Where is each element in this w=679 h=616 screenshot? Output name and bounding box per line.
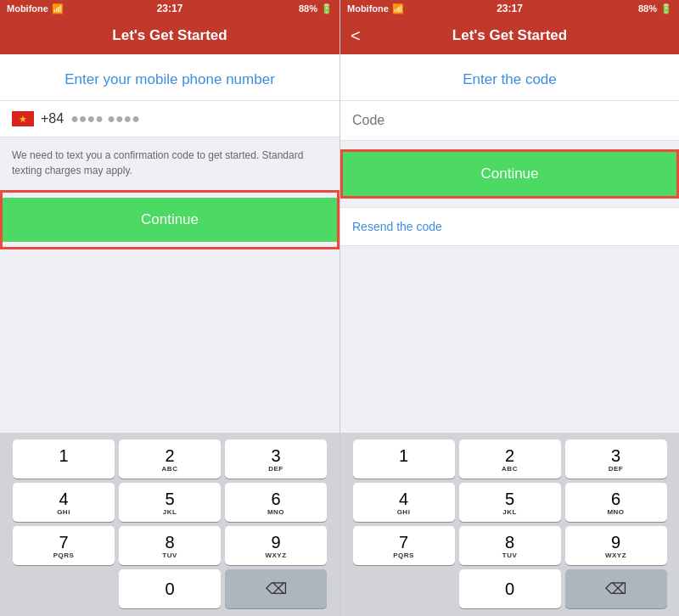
continue-button-1[interactable]: Continue [3, 198, 337, 242]
key2-0[interactable]: 0 [459, 569, 561, 608]
nav-bar-1: Let's Get Started [0, 17, 340, 54]
key-0-1[interactable]: 0 [119, 569, 221, 608]
continue-btn-wrapper-1: Continue [0, 190, 340, 249]
time-1: 23:17 [157, 3, 183, 14]
keyboard-row2-1: 1 2 ABC 3 DEF [344, 440, 676, 479]
continue-button-2[interactable]: Continue [343, 152, 676, 196]
content-1: Enter your mobile phone number ★ +84 ●●●… [0, 54, 340, 433]
keyboard-2: 1 2 ABC 3 DEF 4 GHI 5 JKL 6 MN [340, 433, 679, 616]
key2-1-1[interactable]: 1 [353, 440, 455, 479]
code-heading: Enter the code [340, 54, 679, 100]
key2-3-7[interactable]: 7 PQRS [353, 526, 455, 565]
status-left-1: Mobifone 📶 [7, 3, 64, 14]
key-3-8[interactable]: 8 TUV [119, 526, 221, 565]
key2-2-6[interactable]: 6 MNO [565, 483, 667, 522]
resend-link[interactable]: Resend the code [340, 207, 679, 246]
key2-empty [353, 569, 455, 608]
keyboard-row2-2: 4 GHI 5 JKL 6 MNO [344, 483, 676, 522]
key-2-6[interactable]: 6 MNO [225, 483, 327, 522]
key-2-4[interactable]: 4 GHI [13, 483, 115, 522]
phone-number-display: ●●●● ●●●● [70, 111, 328, 126]
status-right-1: 88% 🔋 [299, 3, 333, 14]
code-input-row[interactable] [340, 100, 679, 141]
key-delete-1[interactable]: ⌫ [225, 569, 327, 608]
delete-icon-1: ⌫ [266, 580, 287, 598]
keyboard-row2-3: 7 PQRS 8 TUV 9 WXYZ [344, 526, 676, 565]
key-1-1[interactable]: 1 [13, 440, 115, 479]
key-1-3[interactable]: 3 DEF [225, 440, 327, 479]
spacer-2 [340, 246, 679, 433]
keyboard-row-4: 0 ⌫ [3, 569, 336, 608]
key2-3-8[interactable]: 8 TUV [459, 526, 561, 565]
battery-icon-2: 🔋 [660, 3, 672, 14]
status-bar-2: Mobifone 📶 23:17 88% 🔋 [340, 0, 679, 17]
key2-delete[interactable]: ⌫ [565, 569, 667, 608]
key2-1-2[interactable]: 2 ABC [459, 440, 561, 479]
battery-percent-1: 88% [299, 3, 317, 14]
status-left-2: Mobifone 📶 [347, 3, 404, 14]
battery-icon-1: 🔋 [321, 3, 333, 14]
keyboard-row-3: 7 PQRS 8 TUV 9 WXYZ [3, 526, 336, 565]
keyboard-row-2: 4 GHI 5 JKL 6 MNO [3, 483, 336, 522]
flag-vietnam: ★ [12, 111, 34, 126]
phone-heading: Enter your mobile phone number [0, 54, 340, 100]
nav-title-1: Let's Get Started [112, 27, 227, 44]
key-1-2[interactable]: 2 ABC [119, 440, 221, 479]
key-empty-1 [13, 569, 115, 608]
carrier-2: Mobifone [347, 3, 389, 14]
key-2-5[interactable]: 5 JKL [119, 483, 221, 522]
country-code: +84 [41, 111, 64, 126]
phone-row[interactable]: ★ +84 ●●●● ●●●● [0, 100, 340, 137]
continue-btn-wrapper-2: Continue [340, 149, 679, 199]
back-button[interactable]: < [351, 26, 361, 46]
key-3-7[interactable]: 7 PQRS [13, 526, 115, 565]
time-2: 23:17 [497, 3, 523, 14]
info-text: We need to text you a confirmation code … [0, 137, 340, 188]
wifi-icon-1: 📶 [52, 3, 64, 14]
screen-code: Mobifone 📶 23:17 88% 🔋 < Let's Get Start… [340, 0, 679, 616]
key2-3-9[interactable]: 9 WXYZ [565, 526, 667, 565]
status-bar-1: Mobifone 📶 23:17 88% 🔋 [0, 0, 340, 17]
nav-title-2: Let's Get Started [452, 27, 567, 44]
flag-star: ★ [19, 114, 27, 125]
code-input[interactable] [352, 113, 667, 128]
keyboard-row-1: 1 2 ABC 3 DEF [3, 440, 336, 479]
key2-1-3[interactable]: 3 DEF [565, 440, 667, 479]
spacer-1 [0, 251, 340, 433]
key2-2-4[interactable]: 4 GHI [353, 483, 455, 522]
screen-phone: Mobifone 📶 23:17 88% 🔋 Let's Get Started… [0, 0, 340, 616]
status-right-2: 88% 🔋 [638, 3, 672, 14]
keyboard-1: 1 2 ABC 3 DEF 4 GHI 5 JKL 6 MN [0, 433, 340, 616]
content-2: Enter the code Continue Resend the code [340, 54, 679, 433]
key-3-9[interactable]: 9 WXYZ [225, 526, 327, 565]
delete-icon-2: ⌫ [605, 580, 626, 598]
nav-bar-2: < Let's Get Started [340, 17, 679, 54]
key2-2-5[interactable]: 5 JKL [459, 483, 561, 522]
wifi-icon-2: 📶 [392, 3, 404, 14]
carrier-1: Mobifone [7, 3, 48, 14]
battery-percent-2: 88% [638, 3, 657, 14]
keyboard-row2-4: 0 ⌫ [344, 569, 676, 608]
